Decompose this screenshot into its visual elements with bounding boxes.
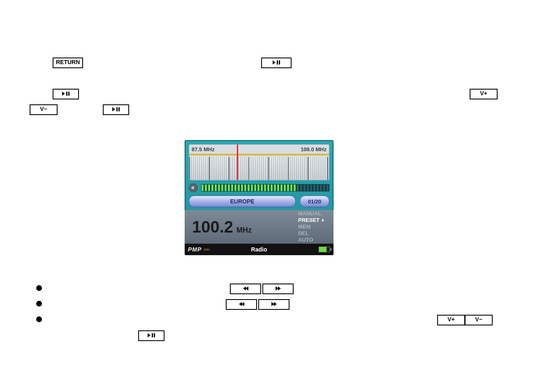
mode-del[interactable]: DEL: [298, 230, 324, 237]
battery-icon: [319, 247, 330, 252]
footer-mode-label: Radio: [251, 246, 267, 253]
mode-mem[interactable]: MEM: [298, 224, 324, 230]
volume-up-button[interactable]: V+: [470, 89, 498, 99]
play-pause-icon: [273, 59, 280, 65]
volume-meter: [201, 184, 329, 191]
speaker-icon: [189, 183, 198, 192]
forward-icon: [276, 285, 281, 291]
mode-auto[interactable]: AUTO: [298, 237, 324, 243]
bullet-icon: [36, 285, 42, 291]
rewind-icon: [243, 285, 248, 291]
bullet-icon: [36, 316, 42, 322]
rewind-icon: [239, 300, 244, 307]
frequency-value: 100.2: [192, 218, 233, 236]
mode-manual[interactable]: MANUAL: [298, 210, 324, 217]
play-pause-button[interactable]: [138, 330, 164, 341]
chevrons-icon: »»»: [203, 247, 209, 252]
volume-row: [189, 183, 329, 193]
brand-label: PMP: [188, 246, 202, 253]
volume-up-button[interactable]: V+: [437, 315, 465, 325]
bullet-icon: [36, 301, 42, 307]
frequency-unit: MHz: [236, 226, 252, 235]
preset-index-pill[interactable]: 01/20: [300, 196, 329, 207]
mode-list[interactable]: MANUAL PRESET MEM DEL AUTO: [298, 210, 324, 243]
radio-footer: PMP »»» Radio: [185, 244, 334, 255]
rewind-button[interactable]: [230, 284, 261, 294]
dial-min-label: 87.5 MHz: [192, 146, 215, 152]
rewind-button[interactable]: [226, 299, 257, 310]
play-pause-icon: [62, 90, 69, 97]
volume-down-button[interactable]: V−: [30, 104, 58, 115]
play-pause-button[interactable]: [261, 58, 292, 68]
volume-down-button[interactable]: V−: [465, 315, 493, 325]
play-pause-icon: [148, 332, 155, 338]
dial-max-label: 108.0 MHz: [301, 146, 327, 152]
dial-needle: [237, 145, 238, 180]
play-pause-button[interactable]: [53, 89, 79, 99]
forward-icon: [271, 300, 277, 307]
return-button[interactable]: RETURN: [53, 58, 83, 68]
play-pause-button[interactable]: [103, 104, 129, 115]
chevron-right-icon: [322, 219, 324, 222]
frequency-display: 100.2 MHz: [192, 218, 252, 236]
mode-preset[interactable]: PRESET: [298, 217, 324, 224]
radio-lower-panel: 100.2 MHz MANUAL PRESET MEM DEL AUTO: [185, 210, 334, 244]
forward-button[interactable]: [262, 284, 294, 294]
forward-button[interactable]: [258, 299, 290, 310]
tuning-dial: 87.5 MHz 108.0 MHz: [189, 144, 329, 180]
region-pill[interactable]: EUROPE: [189, 196, 296, 207]
play-pause-icon: [112, 106, 120, 112]
radio-player: 87.5 MHz 108.0 MHz EUROPE 01/20 100.2 MH…: [185, 140, 334, 255]
